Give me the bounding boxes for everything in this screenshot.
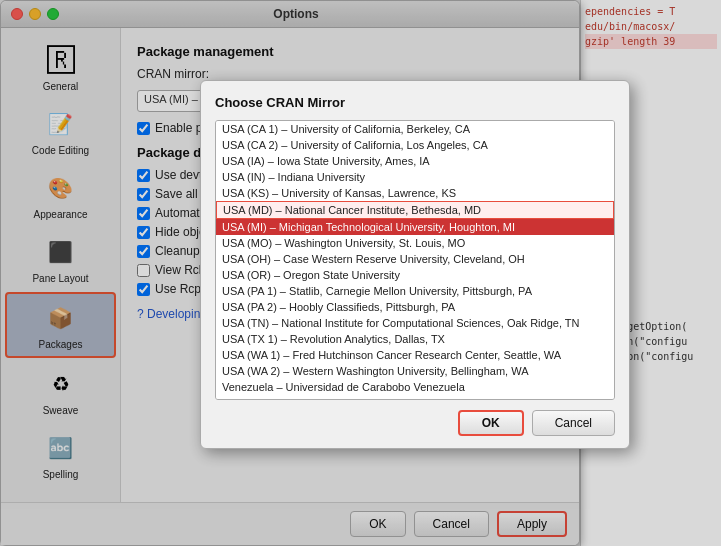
mirror-item[interactable]: USA (MO) – Washington University, St. Lo…: [216, 235, 614, 251]
mirror-item[interactable]: USA (TN) – National Institute for Comput…: [216, 315, 614, 331]
mirror-item[interactable]: USA (WA 2) – Western Washington Universi…: [216, 363, 614, 379]
mirror-item[interactable]: Vietnam – VinaStat.com: [216, 395, 614, 400]
mirror-item[interactable]: Venezuela – Universidad de Carabobo Vene…: [216, 379, 614, 395]
mirror-item[interactable]: USA (WA 1) – Fred Hutchinson Cancer Rese…: [216, 347, 614, 363]
mirror-item[interactable]: USA (KS) – University of Kansas, Lawrenc…: [216, 185, 614, 201]
mirror-item[interactable]: USA (IA) – Iowa State University, Ames, …: [216, 153, 614, 169]
mirror-item[interactable]: USA (TX 1) – Revolution Analytics, Dalla…: [216, 331, 614, 347]
mirror-item[interactable]: USA (MD) – National Cancer Institute, Be…: [216, 201, 614, 219]
mirror-list[interactable]: USA (CA 1) – University of California, B…: [215, 120, 615, 400]
mirror-item[interactable]: USA (CA 1) – University of California, B…: [216, 121, 614, 137]
mirror-item[interactable]: USA (MI) – Michigan Technological Univer…: [216, 219, 614, 235]
mirror-item[interactable]: USA (OR) – Oregon State University: [216, 267, 614, 283]
mirror-item[interactable]: USA (IN) – Indiana University: [216, 169, 614, 185]
dialog-ok-button[interactable]: OK: [458, 410, 524, 436]
cran-mirror-dialog: Choose CRAN Mirror USA (CA 1) – Universi…: [200, 80, 630, 449]
mirror-item[interactable]: USA (PA 2) – Hoobly Classifieds, Pittsbu…: [216, 299, 614, 315]
dialog-buttons: OK Cancel: [215, 410, 615, 436]
dialog-cancel-button[interactable]: Cancel: [532, 410, 615, 436]
mirror-item[interactable]: USA (CA 2) – University of California, L…: [216, 137, 614, 153]
mirror-item[interactable]: USA (OH) – Case Western Reserve Universi…: [216, 251, 614, 267]
dialog-title: Choose CRAN Mirror: [215, 95, 615, 110]
mirror-item[interactable]: USA (PA 1) – Statlib, Carnegie Mellon Un…: [216, 283, 614, 299]
